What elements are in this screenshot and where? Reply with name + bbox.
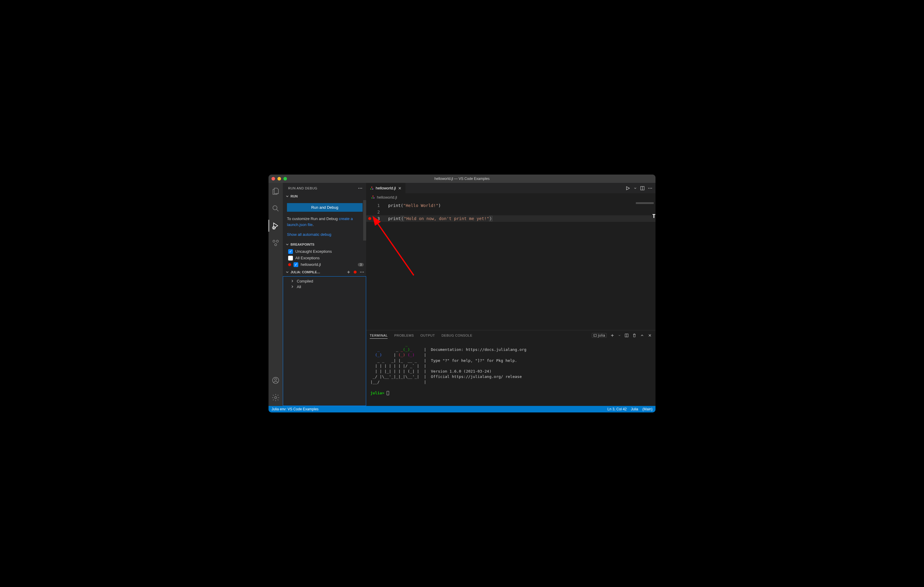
activity-search[interactable] (269, 202, 283, 214)
close-icon[interactable] (648, 333, 652, 337)
breakpoint-row[interactable]: ✓ helloworld.jl 3 (283, 261, 366, 268)
breakpoint-count-badge: 3 (358, 263, 364, 266)
close-icon[interactable] (398, 186, 402, 190)
svg-point-3 (276, 240, 278, 242)
more-icon[interactable] (648, 186, 652, 191)
svg-point-23 (373, 197, 375, 199)
julia-compiled-body: Compiled All (283, 276, 366, 406)
status-branch[interactable]: (Main) (642, 407, 652, 411)
split-panel-icon[interactable] (625, 333, 629, 337)
minimap[interactable]: T (632, 201, 655, 330)
account-icon (272, 376, 280, 385)
breakpoint-dot-icon (368, 217, 371, 220)
terminal-cursor (387, 391, 389, 395)
run-section-header[interactable]: RUN (283, 192, 366, 200)
svg-rect-25 (594, 334, 596, 337)
all-label: All (297, 284, 301, 289)
term-rel: Official https://julialang.org/ release (431, 374, 522, 379)
terminal[interactable]: _ _ _ _(_)_ | Documentation: https://doc… (366, 340, 655, 406)
svg-point-12 (362, 271, 363, 272)
svg-point-0 (273, 206, 277, 210)
breakpoint-dot-icon (288, 263, 291, 266)
more-icon[interactable] (358, 186, 363, 191)
svg-point-9 (360, 188, 361, 189)
julia-compiled-header[interactable]: JULIA: COMPILE… (283, 268, 366, 276)
gutter-breakpoint-slot[interactable] (366, 217, 373, 220)
panel-tab-output[interactable]: OUTPUT (420, 332, 435, 339)
chevron-up-icon[interactable] (640, 333, 644, 337)
svg-point-21 (372, 196, 374, 197)
checkbox-unchecked-icon[interactable] (288, 256, 293, 260)
show-auto-debug-link[interactable]: Show all automatic debug (287, 232, 331, 237)
run-icon[interactable] (625, 186, 630, 191)
red-dot-icon[interactable] (354, 271, 356, 274)
activity-run-debug[interactable] (269, 220, 283, 232)
maximize-window-icon[interactable] (284, 177, 287, 181)
gear-icon (272, 393, 280, 402)
activity-settings[interactable] (269, 391, 283, 403)
term-doc: Documentation: https://docs.julialang.or… (431, 347, 526, 352)
minimap-glyph: T (652, 213, 655, 219)
status-cursor-pos[interactable]: Ln 3, Col 42 (607, 407, 627, 411)
breakpoint-label: Uncaught Exceptions (295, 249, 332, 254)
editor-tabs: helloworld.jl (366, 183, 655, 193)
breakpoints-label: BREAKPOINTS (290, 243, 314, 246)
more-icon[interactable] (360, 270, 365, 275)
line-number: 3 (373, 216, 382, 221)
chevron-right-icon (290, 279, 294, 283)
status-language[interactable]: Julia (631, 407, 638, 411)
checkbox-checked-icon[interactable]: ✓ (288, 249, 293, 254)
code-line[interactable]: 2 (366, 209, 655, 215)
code-editor[interactable]: 1 print("Hello World!") 2 3 print("Hold … (366, 201, 655, 330)
trash-icon[interactable] (632, 333, 637, 337)
breakpoint-row[interactable]: ✓ Uncaught Exceptions (283, 248, 366, 255)
split-editor-icon[interactable] (640, 186, 645, 191)
tab-helloworld[interactable]: helloworld.jl (366, 183, 406, 193)
line-number: 1 (373, 203, 382, 208)
julia-file-icon (370, 186, 374, 190)
compiled-row[interactable]: Compiled (283, 278, 366, 284)
breakpoint-label: All Exceptions (295, 256, 320, 260)
breakpoint-row[interactable]: All Exceptions (283, 255, 366, 261)
run-and-debug-button[interactable]: Run and Debug (287, 203, 363, 212)
svg-point-10 (361, 188, 362, 189)
run-header-label: RUN (290, 194, 298, 198)
code-line[interactable]: 1 print("Hello World!") (366, 202, 655, 209)
window-title: helloworld.jl — VS Code Examples (434, 177, 489, 181)
sidebar-title: RUN AND DEBUG (288, 186, 317, 190)
panel-tab-problems[interactable]: PROBLEMS (394, 332, 414, 339)
files-icon (272, 187, 280, 196)
editor-group: helloworld.jl helloworld.jl (366, 183, 655, 406)
plus-icon[interactable] (346, 270, 351, 274)
breakpoints-header[interactable]: BREAKPOINTS (283, 240, 366, 248)
svg-point-2 (273, 240, 275, 242)
status-julia-env[interactable]: Julia env: VS Code Examples (272, 407, 318, 411)
julia-file-icon (371, 195, 375, 199)
activity-extensions[interactable] (269, 237, 283, 249)
minimap-highlight (636, 202, 654, 204)
chevron-down-icon[interactable] (634, 186, 637, 190)
breadcrumb-file: helloworld.jl (377, 195, 397, 199)
term-help: Type "?" for help, "]?" for Pkg help. (431, 358, 517, 363)
minimize-window-icon[interactable] (277, 177, 281, 181)
run-text-after: . (313, 222, 314, 227)
panel-tab-terminal[interactable]: TERMINAL (370, 332, 388, 339)
plus-icon[interactable] (610, 333, 614, 337)
panel-tab-debug-console[interactable]: DEBUG CONSOLE (441, 332, 472, 339)
bottom-panel: TERMINAL PROBLEMS OUTPUT DEBUG CONSOLE j… (366, 330, 655, 406)
annotation-arrow (372, 216, 423, 281)
activity-explorer[interactable] (269, 185, 283, 197)
svg-point-14 (371, 186, 372, 187)
breadcrumb[interactable]: helloworld.jl (366, 193, 655, 201)
activity-accounts[interactable] (269, 374, 283, 386)
checkbox-checked-icon[interactable]: ✓ (294, 262, 298, 267)
vscode-window: helloworld.jl — VS Code Examples (269, 174, 655, 413)
run-debug-icon (272, 222, 280, 230)
code-line[interactable]: 3 print("Hold on now, don't print me yet… (366, 215, 655, 222)
chevron-down-icon[interactable] (618, 334, 621, 337)
code-token-fn: print (388, 203, 401, 208)
compiled-row[interactable]: All (283, 284, 366, 289)
close-window-icon[interactable] (272, 177, 275, 181)
sidebar-scrollbar[interactable] (363, 200, 366, 240)
terminal-launcher[interactable]: julia (592, 333, 607, 338)
